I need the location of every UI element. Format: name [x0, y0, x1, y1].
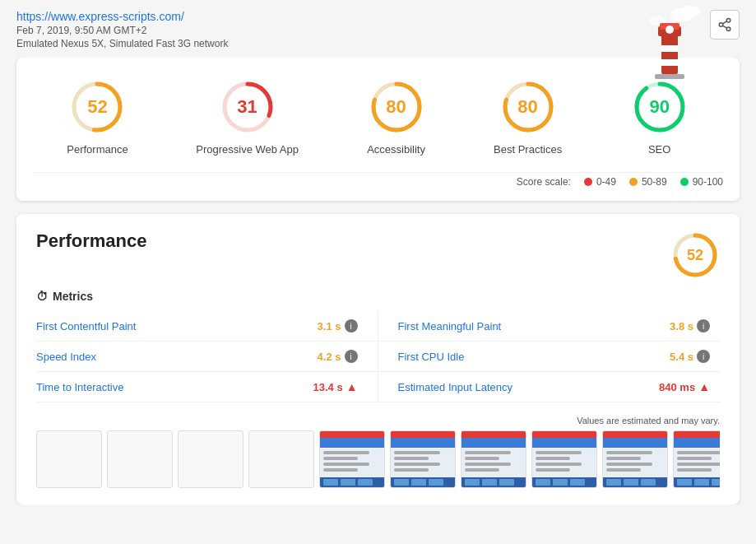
film-frame [461, 430, 526, 488]
filmstrip [36, 430, 720, 488]
perf-score-number: 52 [687, 247, 703, 264]
warning-icon: ▲ [698, 380, 710, 393]
perf-title: Performance [36, 230, 147, 252]
film-frame [319, 430, 385, 488]
score-number: 31 [237, 96, 257, 118]
film-frame [248, 430, 314, 488]
svg-point-8 [666, 26, 674, 34]
metric-value: 13.4 s [313, 381, 342, 393]
filmstrip-note: Values are estimated and may vary. [36, 416, 720, 425]
svg-point-11 [719, 23, 723, 27]
film-frame [602, 430, 668, 488]
header: https://www.express-scripts.com/ Feb 7, … [0, 0, 756, 58]
score-item-best-practices: 80 Best Practices [494, 77, 562, 156]
metric-name[interactable]: Estimated Input Latency [398, 381, 513, 393]
score-item-seo: 90 SEO [630, 77, 689, 156]
metric-row: First Meaningful Paint 3.8 s i [378, 311, 721, 342]
metric-row: Estimated Input Latency 840 ms ▲ [378, 372, 721, 402]
metric-row: First CPU Idle 5.4 s i [378, 342, 721, 372]
score-label: Performance [67, 143, 128, 156]
metric-name[interactable]: First CPU Idle [398, 351, 465, 363]
score-number: 80 [386, 96, 406, 118]
svg-point-1 [680, 6, 700, 17]
audit-date: Feb 7, 2019, 9:50 AM GMT+2 [16, 25, 740, 36]
url-link[interactable]: https://www.express-scripts.com/ [16, 10, 184, 23]
metric-name[interactable]: Time to Interactive [36, 381, 123, 393]
score-circle[interactable]: 31 [218, 77, 277, 137]
metric-name[interactable]: First Meaningful Paint [398, 320, 502, 332]
info-icon[interactable]: i [697, 319, 710, 332]
scale-green: 90-100 [680, 176, 723, 188]
score-item-progressive-web-app: 31 Progressive Web App [196, 77, 299, 156]
film-frame [178, 430, 243, 488]
score-number: 52 [87, 96, 107, 118]
scale-orange-label: 50-89 [642, 176, 667, 188]
score-circle[interactable]: 80 [499, 77, 558, 137]
metric-value-wrap: 5.4 s i [670, 350, 710, 363]
svg-line-13 [722, 26, 726, 28]
scale-orange: 50-89 [629, 176, 667, 188]
metric-value: 5.4 s [670, 351, 693, 363]
score-number: 80 [517, 96, 537, 118]
performance-section: Performance 52 ⏱ Metrics First Contentfu… [16, 214, 740, 504]
red-dot [584, 178, 592, 186]
film-frame [390, 430, 456, 488]
film-frame [36, 430, 102, 488]
metric-value: 3.8 s [670, 320, 693, 332]
film-frame [673, 430, 720, 488]
score-item-performance: 52 Performance [67, 77, 128, 156]
svg-line-14 [722, 21, 726, 24]
metric-value: 3.1 s [318, 320, 341, 332]
svg-point-10 [726, 19, 730, 23]
score-scale-label: Score scale: [517, 176, 571, 188]
metrics-grid: First Contentful Paint 3.1 s i First Mea… [36, 311, 720, 402]
score-item-accessibility: 80 Accessibility [367, 77, 426, 156]
perf-score-badge: 52 [670, 230, 720, 280]
scores-card: 52 Performance 31 Progressive Web App 80… [16, 58, 740, 201]
metric-row: Time to Interactive 13.4 s ▲ [36, 372, 378, 402]
metric-value-wrap: 4.2 s i [318, 350, 358, 363]
score-label: Best Practices [494, 143, 562, 156]
metric-value: 4.2 s [318, 351, 341, 363]
scale-green-label: 90-100 [693, 176, 723, 188]
metric-value-wrap: 3.1 s i [318, 319, 358, 332]
score-number: 90 [649, 96, 669, 118]
scale-red-label: 0-49 [596, 176, 616, 188]
svg-point-12 [726, 27, 730, 31]
score-label: Progressive Web App [196, 143, 299, 156]
film-frame [107, 430, 173, 488]
metric-name[interactable]: Speed Index [36, 351, 96, 363]
svg-rect-4 [661, 45, 678, 52]
score-label: SEO [648, 143, 670, 156]
scale-red: 0-49 [584, 176, 616, 188]
audit-device: Emulated Nexus 5X, Simulated Fast 3G net… [16, 38, 740, 49]
metric-value-wrap: 840 ms ▲ [659, 380, 710, 393]
metrics-label: ⏱ Metrics [36, 290, 720, 303]
green-dot [680, 178, 689, 186]
score-scale: Score scale: 0-49 50-89 90-100 [33, 172, 723, 188]
svg-rect-3 [661, 33, 678, 74]
share-button[interactable] [710, 10, 740, 40]
metric-value: 840 ms [659, 381, 695, 393]
score-circle[interactable]: 90 [630, 77, 689, 137]
scores-row: 52 Performance 31 Progressive Web App 80… [33, 77, 723, 156]
metrics-label-text: Metrics [53, 290, 93, 303]
metric-value-wrap: 13.4 s ▲ [313, 380, 357, 393]
info-icon[interactable]: i [345, 319, 358, 332]
info-icon[interactable]: i [345, 350, 358, 363]
metric-row: Speed Index 4.2 s i [36, 342, 378, 372]
score-label: Accessibility [367, 143, 425, 156]
orange-dot [629, 178, 638, 186]
score-circle[interactable]: 52 [67, 77, 127, 137]
film-frame [531, 430, 597, 488]
metric-row: First Contentful Paint 3.1 s i [36, 311, 378, 342]
timer-icon: ⏱ [36, 290, 48, 303]
score-circle[interactable]: 80 [367, 77, 426, 137]
info-icon[interactable]: i [697, 350, 710, 363]
perf-header: Performance 52 [36, 230, 720, 280]
warning-icon: ▲ [346, 380, 358, 393]
metric-name[interactable]: First Contentful Paint [36, 320, 136, 332]
svg-rect-5 [661, 59, 678, 66]
metric-value-wrap: 3.8 s i [670, 319, 710, 332]
